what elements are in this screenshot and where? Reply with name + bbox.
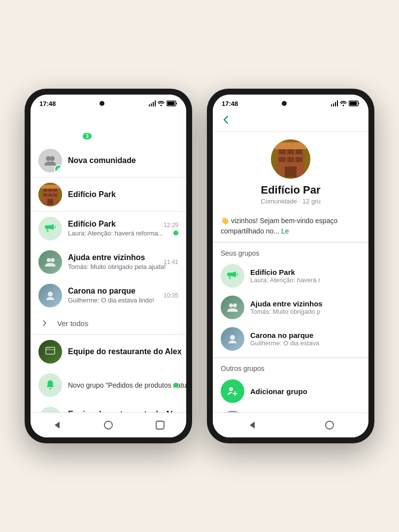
restaurante-notification-item[interactable]: Novo grupo "Pedidos de produtos naturais…: [31, 368, 186, 402]
svg-point-29: [49, 348, 50, 349]
camera-icon[interactable]: [164, 112, 175, 122]
edificio-park-chat-name: Edifício Park: [68, 220, 116, 228]
adicionar-grupo-name: Adicionar grupo: [250, 387, 361, 396]
edificio-park-time: 12:29: [164, 222, 178, 229]
ajuda-vizinhos-item[interactable]: Ajuda entre vizinhos Tomás: Muito obriga…: [31, 245, 186, 279]
edificio-park-chat-item[interactable]: Edifício Park Laura: Atenção: haverá ref…: [31, 212, 186, 245]
back-button[interactable]: [49, 418, 64, 432]
desc-link[interactable]: Le: [281, 227, 289, 235]
bell-avatar: [38, 373, 62, 397]
svg-rect-20: [53, 194, 57, 197]
adicionar-grupo-info: Adicionar grupo: [250, 387, 361, 396]
edificio-park-avatar: [38, 217, 62, 240]
svg-marker-0: [155, 100, 156, 106]
home-button[interactable]: [101, 418, 116, 432]
restaurante-community-name: Equipe do restaurante do Alex: [68, 347, 182, 356]
svg-marker-33: [337, 100, 338, 106]
group-edificio-avatar: [221, 264, 244, 288]
group-edificio-preview: Laura: Atenção: haverá r: [250, 276, 361, 284]
tab-conversas[interactable]: CONVERSAS 3: [31, 127, 92, 144]
restaurante-community-content: Equipe do restaurante do Alex: [68, 347, 178, 356]
tab-chamadas[interactable]: CHAMADAS: [139, 128, 186, 143]
restaurante-chat-time: 12:27: [164, 412, 178, 412]
chat-list: + Nova comunidade: [31, 144, 186, 412]
svg-marker-2: [151, 103, 152, 106]
carona-parque-time: 10:35: [164, 292, 178, 299]
group-edificio-name: Edifício Park: [250, 268, 361, 276]
svg-rect-16: [48, 189, 52, 192]
community-hero: Edifício Par Comunidade · 12 gru: [213, 132, 368, 211]
restaurante-notification-content: Novo grupo "Pedidos de produtos naturais…: [68, 381, 167, 390]
svg-point-9: [184, 116, 186, 118]
ajuda-vizinhos-time: 11:41: [164, 259, 178, 266]
group-edificio-park[interactable]: Edifício Park Laura: Atenção: haverá r: [213, 260, 368, 292]
svg-rect-19: [48, 194, 52, 197]
adicionar-grupo-avatar: [221, 379, 244, 403]
svg-rect-43: [287, 149, 294, 154]
svg-point-28: [47, 348, 48, 349]
svg-point-50: [229, 303, 233, 307]
back-button-bottom-right[interactable]: [244, 418, 259, 432]
group-carona[interactable]: Carona no parque Guilherme: O dia estava: [213, 323, 368, 355]
svg-point-8: [184, 112, 186, 114]
recents-button[interactable]: [153, 418, 167, 432]
svg-rect-49: [275, 142, 306, 149]
time-left: 17:48: [39, 100, 56, 107]
back-button-right[interactable]: [221, 114, 232, 127]
phone-left: 17:48: [25, 89, 192, 443]
edificio-park-community-item[interactable]: Edifício Park: [31, 178, 186, 211]
home-button-right[interactable]: [322, 418, 337, 432]
more-options-icon[interactable]: [184, 112, 186, 122]
carona-parque-item[interactable]: Carona no parque Guilherme: O dia estava…: [31, 279, 186, 312]
svg-marker-35: [333, 103, 334, 106]
group-ajuda[interactable]: Ajuda entre vizinhos Tomás: Muito obriga…: [213, 292, 368, 323]
svg-rect-42: [279, 149, 286, 154]
tabs-bar: CONVERSAS 3 STATUS CHAMADAS: [31, 127, 186, 144]
svg-point-31: [104, 421, 112, 429]
restaurante-chat-item[interactable]: Equipe do restaurante do Alex Carlos: Fe…: [31, 402, 186, 412]
svg-point-7: [168, 116, 171, 119]
svg-marker-1: [153, 102, 154, 106]
tab-status[interactable]: STATUS: [92, 128, 139, 143]
svg-marker-30: [55, 422, 60, 429]
svg-rect-17: [53, 189, 57, 192]
svg-point-4: [161, 105, 162, 106]
eventos-predio-item[interactable]: Eventos do prédio: [213, 407, 368, 412]
status-bar-left: 17:48: [31, 95, 186, 110]
edificio-park-chat-meta: 12:29: [164, 222, 178, 235]
adicionar-grupo-item[interactable]: Adicionar grupo: [213, 375, 368, 407]
community-title: Edifício Par: [261, 184, 320, 197]
carona-parque-content: Carona no parque Guilherme: O dia estava…: [68, 287, 158, 304]
ver-todos-text: Ver todos: [57, 319, 88, 328]
carona-parque-preview: Guilherme: O dia estava lindo!: [68, 297, 154, 304]
ajuda-vizinhos-meta: 11:41: [164, 259, 178, 266]
carona-parque-avatar: [38, 284, 62, 307]
svg-rect-47: [296, 157, 302, 162]
edificio-park-unread: [173, 231, 178, 235]
ajuda-vizinhos-avatar: [38, 250, 62, 274]
svg-rect-6: [167, 102, 175, 105]
svg-rect-21: [47, 199, 53, 205]
svg-rect-39: [350, 102, 357, 105]
camera-dot: [100, 101, 104, 106]
svg-marker-36: [331, 104, 332, 106]
camera-dot-right: [282, 101, 287, 106]
edificio-park-chat-content: Edifício Park Laura: Atenção: haverá ref…: [68, 220, 158, 237]
group-ajuda-preview: Tomás: Muito obrigado p: [250, 308, 361, 315]
nova-comunidade-item[interactable]: + Nova comunidade: [31, 144, 186, 177]
group-carona-info: Carona no parque Guilherme: O dia estava: [250, 331, 361, 347]
ver-todos-row[interactable]: Ver todos: [31, 312, 186, 334]
restaurante-megaphone-avatar: [38, 407, 62, 412]
chevron-right-icon: [38, 317, 50, 329]
svg-rect-22: [41, 185, 59, 189]
ajuda-vizinhos-content: Ajuda entre vizinhos Tomás: Muito obriga…: [68, 253, 158, 271]
svg-rect-44: [296, 149, 302, 154]
restaurante-community-item[interactable]: Equipe do restaurante do Alex: [31, 335, 186, 368]
ajuda-vizinhos-name: Ajuda entre vizinhos: [68, 253, 145, 262]
seus-grupos-label: Seus grupos: [213, 243, 368, 260]
outros-grupos-label: Outros grupos: [213, 357, 368, 375]
svg-rect-32: [156, 421, 164, 429]
svg-point-52: [230, 335, 235, 340]
svg-point-53: [229, 387, 233, 391]
group-edificio-info: Edifício Park Laura: Atenção: haverá r: [250, 268, 361, 284]
